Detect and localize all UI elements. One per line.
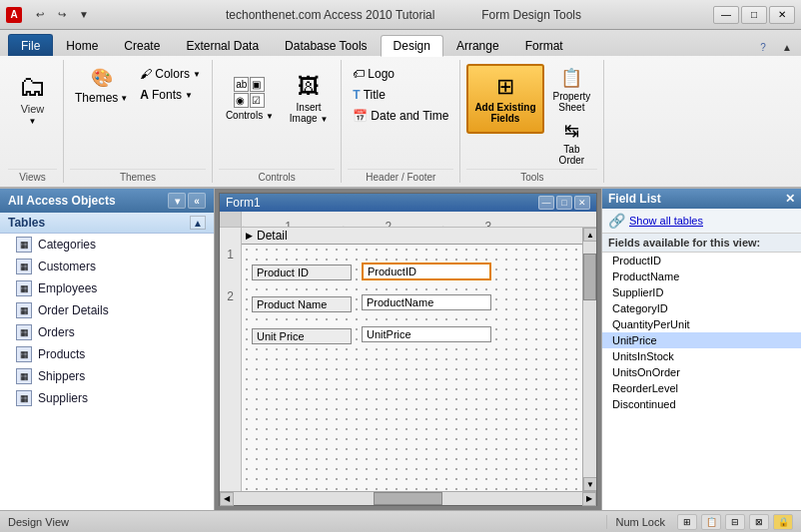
- view-label: View: [21, 103, 45, 115]
- scroll-thumb[interactable]: [583, 254, 596, 300]
- undo-button[interactable]: ↩: [30, 6, 50, 24]
- scroll-thumb-h[interactable]: [374, 492, 443, 505]
- tab-design[interactable]: Design: [381, 35, 443, 57]
- date-time-button[interactable]: 📅 Date and Time: [348, 106, 453, 126]
- form-window: Form1 — □ ✕ ·1·2·3 12: [219, 193, 597, 506]
- field-item-productid[interactable]: ProductID: [602, 253, 801, 268]
- sidebar-item-label: Customers: [38, 260, 96, 273]
- field-item-categoryid[interactable]: CategoryID: [602, 300, 801, 316]
- product-id-label: Product ID: [252, 265, 352, 280]
- ribbon: File Home Create External Data Database …: [0, 30, 801, 189]
- sidebar-search-button[interactable]: ▾: [168, 193, 186, 209]
- sidebar-item-products[interactable]: ▦ Products: [0, 343, 214, 365]
- ribbon-minimize-button[interactable]: ▲: [777, 38, 797, 56]
- views-group-label: Views: [8, 169, 57, 183]
- insert-image-icon: 🖼: [298, 74, 320, 100]
- ruler-marks: ·1·2·3: [242, 212, 596, 227]
- close-button[interactable]: ✕: [769, 6, 795, 24]
- field-item-supplierid[interactable]: SupplierID: [602, 284, 801, 300]
- scroll-up-button[interactable]: ▲: [583, 228, 596, 242]
- themes-button[interactable]: 🎨 Themes▼: [70, 64, 133, 108]
- form-section-detail: ▶ Detail: [242, 228, 582, 245]
- tab-database-tools[interactable]: Database Tools: [272, 34, 381, 56]
- sidebar-item-orders[interactable]: ▦ Orders: [0, 321, 214, 343]
- themes-label: Themes▼: [75, 91, 128, 105]
- scroll-left-button[interactable]: ◀: [220, 492, 234, 506]
- controls-icon: ab ▣ ◉ ☑: [234, 77, 265, 108]
- tab-external-data[interactable]: External Data: [173, 34, 272, 56]
- sidebar-item-shippers[interactable]: ▦ Shippers: [0, 365, 214, 387]
- scroll-right-button[interactable]: ▶: [582, 492, 596, 506]
- table-icon: ▦: [16, 390, 32, 406]
- ribbon-tab-bar: File Home Create External Data Database …: [0, 30, 801, 56]
- status-text: Design View: [8, 516, 69, 528]
- tab-create[interactable]: Create: [111, 34, 173, 56]
- tab-order-label: TabOrder: [559, 144, 585, 166]
- field-item-unitsinstock[interactable]: UnitsInStock: [602, 348, 801, 364]
- help-button[interactable]: ?: [753, 38, 773, 56]
- unit-price-control[interactable]: UnitPrice: [362, 326, 491, 342]
- table-icon: ▦: [16, 324, 32, 340]
- tab-order-button[interactable]: ↹ TabOrder: [546, 117, 598, 169]
- sidebar-item-customers[interactable]: ▦ Customers: [0, 256, 214, 277]
- product-name-control[interactable]: ProductName: [362, 294, 491, 310]
- tab-file[interactable]: File: [8, 34, 53, 56]
- table-icon: ▦: [16, 280, 32, 296]
- show-all-tables-link[interactable]: Show all tables: [629, 215, 703, 227]
- form-controls-area[interactable]: Product ID ProductID Product Name Produc…: [242, 245, 582, 491]
- field-list-close-button[interactable]: ✕: [785, 192, 795, 206]
- product-id-control[interactable]: ProductID: [362, 263, 491, 280]
- tab-order-icon: ↹: [564, 120, 579, 142]
- form-minimize-button[interactable]: —: [538, 196, 554, 210]
- view-button[interactable]: 🗂 View ▼: [9, 64, 57, 134]
- view-btn-4[interactable]: ⊠: [749, 514, 769, 530]
- field-list-title: Field List: [608, 192, 661, 206]
- scroll-track-h: [234, 492, 582, 505]
- view-btn-3[interactable]: ⊟: [725, 514, 745, 530]
- field-item-unitsonorder[interactable]: UnitsOnOrder: [602, 364, 801, 380]
- field-item-quantityperunit[interactable]: QuantityPerUnit: [602, 316, 801, 332]
- field-item-reorderlevel[interactable]: ReorderLevel: [602, 380, 801, 396]
- table-icon: ▦: [16, 368, 32, 384]
- insert-image-button[interactable]: 🖼 InsertImage ▼: [283, 64, 336, 134]
- tab-home[interactable]: Home: [53, 34, 111, 56]
- insert-image-label: InsertImage ▼: [290, 102, 329, 124]
- field-item-unitprice[interactable]: UnitPrice: [602, 332, 801, 348]
- add-existing-fields-button[interactable]: ⊞ Add ExistingFields: [466, 64, 543, 134]
- fonts-button[interactable]: A Fonts ▼: [135, 85, 206, 105]
- scroll-track: [583, 242, 596, 477]
- tab-arrange[interactable]: Arrange: [443, 34, 512, 56]
- sidebar-item-suppliers[interactable]: ▦ Suppliers: [0, 387, 214, 409]
- sidebar-item-categories[interactable]: ▦ Categories: [0, 234, 214, 256]
- field-item-discontinued[interactable]: Discontinued: [602, 396, 801, 412]
- property-sheet-button[interactable]: 📋 PropertySheet: [546, 64, 598, 116]
- logo-button[interactable]: 🏷 Logo: [348, 64, 453, 84]
- maximize-button[interactable]: □: [741, 6, 767, 24]
- title-button[interactable]: T Title: [348, 85, 453, 105]
- minimize-button[interactable]: —: [713, 6, 739, 24]
- status-lock-btn[interactable]: 🔒: [773, 514, 793, 530]
- colors-button[interactable]: 🖌 Colors ▼: [135, 64, 206, 84]
- view-btn-2[interactable]: 📋: [701, 514, 721, 530]
- controls-button[interactable]: ab ▣ ◉ ☑ Controls ▼: [219, 64, 281, 134]
- view-btn-1[interactable]: ⊞: [677, 514, 697, 530]
- ribbon-content: 🗂 View ▼ Views 🎨 Themes▼ 🖌: [0, 56, 801, 187]
- qat-dropdown-button[interactable]: ▼: [74, 6, 94, 24]
- tab-format[interactable]: Format: [512, 34, 576, 56]
- field-item-productname[interactable]: ProductName: [602, 268, 801, 284]
- table-icon: ▦: [16, 346, 32, 362]
- sidebar-item-order-details[interactable]: ▦ Order Details: [0, 299, 214, 321]
- form-close-button[interactable]: ✕: [574, 196, 590, 210]
- ribbon-group-themes: 🎨 Themes▼ 🖌 Colors ▼ A Fonts ▼: [66, 60, 213, 183]
- tools-group-label: Tools: [466, 169, 597, 183]
- form-restore-button[interactable]: □: [556, 196, 572, 210]
- scroll-down-button[interactable]: ▼: [583, 477, 596, 491]
- sidebar-collapse-button[interactable]: «: [188, 193, 206, 209]
- ribbon-group-controls: ab ▣ ◉ ☑ Controls ▼ 🖼 InsertImage ▼ Cont…: [215, 60, 342, 183]
- tables-section-expand[interactable]: ▲: [190, 216, 206, 230]
- sidebar-item-label: Employees: [38, 281, 97, 295]
- sidebar-item-label: Shippers: [38, 369, 85, 383]
- redo-button[interactable]: ↪: [52, 6, 72, 24]
- view-icon: 🗂: [19, 73, 47, 101]
- sidebar-item-employees[interactable]: ▦ Employees: [0, 277, 214, 299]
